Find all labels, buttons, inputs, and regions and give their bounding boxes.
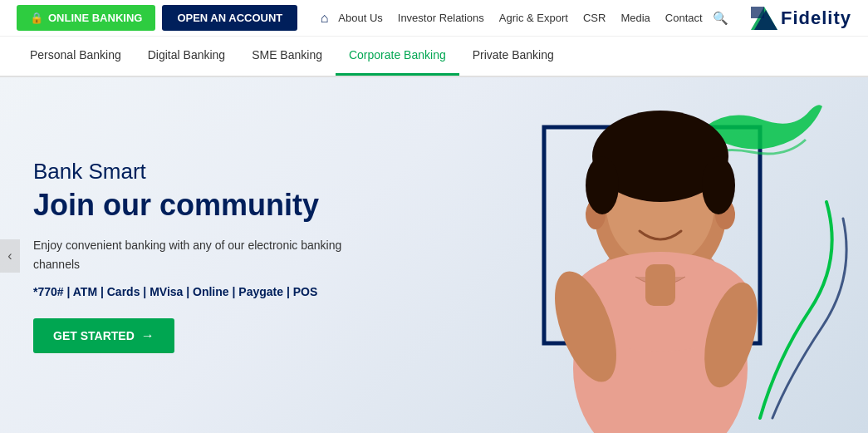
get-started-label: GET STARTED [53, 329, 135, 342]
nav-csr[interactable]: CSR [578, 10, 611, 26]
nav-agric-export[interactable]: Agric & Export [494, 10, 573, 26]
logo-area: Fidelity [751, 7, 851, 30]
nav-digital-banking[interactable]: Digital Banking [135, 37, 238, 76]
online-banking-label: ONLINE BANKING [48, 12, 142, 24]
hero-subtitle: Bank Smart [33, 159, 374, 185]
hero-channels: *770# | ATM | Cards | MVisa | Online | P… [33, 285, 374, 298]
top-bar: 🔒 ONLINE BANKING OPEN AN ACCOUNT ⌂ About… [0, 0, 868, 37]
top-bar-left: 🔒 ONLINE BANKING OPEN AN ACCOUNT [17, 5, 297, 31]
nav-personal-banking[interactable]: Personal Banking [17, 37, 135, 76]
online-banking-button[interactable]: 🔒 ONLINE BANKING [17, 5, 155, 31]
get-started-button[interactable]: GET STARTED → [33, 318, 174, 353]
search-button[interactable]: 🔍 [713, 11, 728, 26]
nav-corporate-banking[interactable]: Corporate Banking [336, 37, 459, 76]
carousel-prev-button[interactable]: ‹ [0, 239, 20, 273]
open-account-label: OPEN AN ACCOUNT [177, 12, 282, 24]
arrow-icon: → [141, 328, 154, 343]
hero-section: ‹ Bank Smart Join our community Enjoy co… [0, 77, 868, 433]
nav-media[interactable]: Media [615, 10, 655, 26]
svg-rect-2 [751, 7, 764, 18]
secondary-nav: Personal Banking Digital Banking SME Ban… [0, 37, 868, 77]
nav-sme-banking[interactable]: SME Banking [238, 37, 336, 76]
nav-investor-relations[interactable]: Investor Relations [393, 10, 489, 26]
hero-content: Bank Smart Join our community Enjoy conv… [0, 159, 374, 353]
hero-title: Join our community [33, 188, 374, 223]
hero-image-area [370, 77, 868, 433]
fidelity-logo-icon [751, 7, 777, 30]
hero-description: Enjoy convenient banking with any of our… [33, 236, 374, 273]
home-icon[interactable]: ⌂ [321, 11, 329, 26]
open-account-button[interactable]: OPEN AN ACCOUNT [162, 5, 297, 31]
nav-private-banking[interactable]: Private Banking [459, 37, 567, 76]
svg-rect-11 [645, 264, 675, 306]
nav-about-us[interactable]: About Us [333, 10, 387, 26]
nav-contact[interactable]: Contact [660, 10, 708, 26]
top-nav: ⌂ About Us Investor Relations Agric & Ex… [321, 10, 728, 26]
lock-icon: 🔒 [30, 12, 43, 24]
hero-person-figure [519, 77, 802, 433]
fidelity-logo: Fidelity [751, 7, 851, 30]
svg-point-15 [586, 156, 619, 214]
fidelity-logo-text: Fidelity [781, 7, 851, 29]
svg-point-16 [702, 156, 735, 214]
